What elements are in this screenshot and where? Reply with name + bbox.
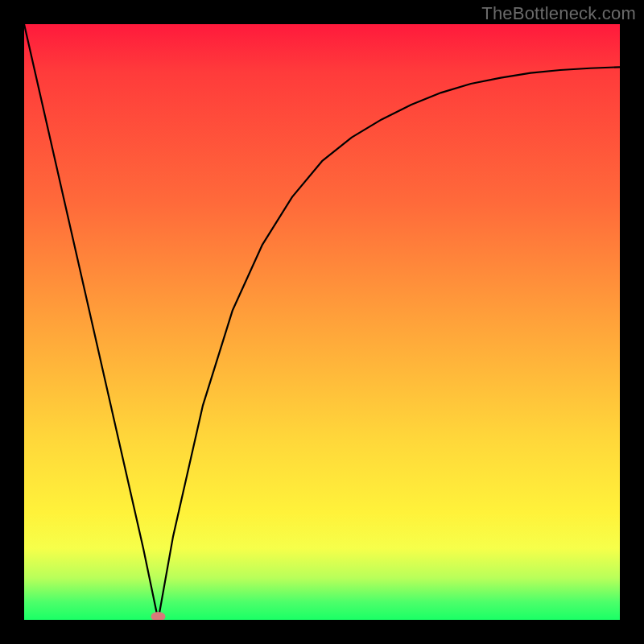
optimum-marker <box>151 612 166 620</box>
chart-frame: TheBottleneck.com <box>0 0 644 644</box>
curve-layer <box>24 24 620 620</box>
plot-area <box>24 24 620 620</box>
watermark-label: TheBottleneck.com <box>481 3 636 24</box>
bottleneck-curve <box>24 24 620 620</box>
